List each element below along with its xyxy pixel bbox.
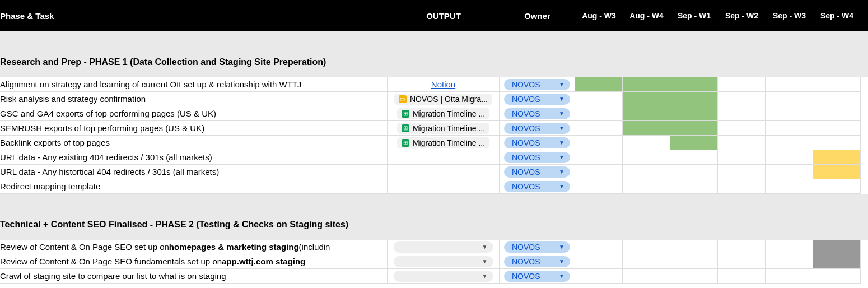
gantt-cell[interactable] (813, 254, 861, 269)
gantt-cell[interactable] (766, 92, 813, 106)
task-cell[interactable]: Review of Content & On Page SEO fundamen… (0, 254, 388, 269)
gantt-cell[interactable] (813, 136, 861, 150)
task-cell[interactable]: Backlink exports of top pages (0, 136, 388, 150)
gantt-cell[interactable] (813, 150, 861, 165)
gantt-cell[interactable] (766, 136, 813, 150)
gantt-cell[interactable] (766, 240, 813, 254)
owner-dropdown[interactable]: NOVOS▼ (504, 137, 570, 148)
gantt-cell[interactable] (670, 92, 718, 106)
gantt-cell[interactable] (718, 179, 766, 194)
gantt-cell[interactable] (718, 254, 766, 269)
owner-label: NOVOS (512, 272, 540, 281)
gantt-cell[interactable] (813, 92, 861, 106)
task-cell[interactable]: URL data - Any existing 404 redirects / … (0, 150, 388, 165)
output-link[interactable]: Notion (431, 80, 455, 89)
gantt-cell[interactable] (623, 165, 670, 179)
gantt-cell[interactable] (718, 136, 766, 150)
task-cell[interactable]: Redirect mapping template (0, 179, 388, 194)
output-dropdown[interactable]: ▼ (394, 256, 493, 267)
task-cell[interactable]: URL data - Any histortical 404 redirects… (0, 165, 388, 179)
gantt-cell[interactable] (766, 269, 813, 284)
owner-dropdown[interactable]: NOVOS▼ (504, 166, 570, 178)
gantt-cell[interactable] (813, 121, 861, 136)
gantt-cell[interactable] (670, 179, 718, 194)
gantt-cell[interactable] (623, 136, 670, 150)
gantt-cell[interactable] (575, 179, 623, 194)
chevron-down-icon: ▼ (559, 96, 564, 102)
gantt-cell[interactable] (575, 269, 623, 284)
gantt-cell[interactable] (718, 150, 766, 165)
gantt-cell[interactable] (670, 165, 718, 179)
gantt-cell[interactable] (623, 77, 670, 92)
task-cell[interactable]: Risk analysis and strategy confirmation (0, 92, 388, 106)
gantt-cell[interactable] (575, 77, 623, 92)
gantt-cell[interactable] (766, 254, 813, 269)
owner-dropdown[interactable]: NOVOS▼ (504, 123, 570, 134)
gantt-cell[interactable] (575, 106, 623, 121)
gantt-cell[interactable] (623, 121, 670, 136)
gantt-cell[interactable] (766, 77, 813, 92)
gantt-cell[interactable] (575, 150, 623, 165)
gantt-cell[interactable] (575, 121, 623, 136)
gantt-cell[interactable] (575, 165, 623, 179)
gantt-cell[interactable] (623, 106, 670, 121)
owner-dropdown[interactable]: NOVOS▼ (504, 152, 570, 163)
owner-cell: NOVOS▼ (500, 165, 575, 179)
gantt-cell[interactable] (670, 121, 718, 136)
gantt-cell[interactable] (766, 165, 813, 179)
gantt-cell[interactable] (575, 240, 623, 254)
owner-dropdown[interactable]: NOVOS▼ (504, 94, 570, 105)
gantt-cell[interactable] (623, 150, 670, 165)
gantt-cell[interactable] (575, 254, 623, 269)
owner-dropdown[interactable]: NOVOS▼ (504, 271, 570, 282)
gantt-cell[interactable] (575, 136, 623, 150)
gantt-cell[interactable] (766, 106, 813, 121)
gantt-cell[interactable] (623, 240, 670, 254)
task-cell[interactable]: Crawl of staging site to compare our lis… (0, 269, 388, 284)
owner-dropdown[interactable]: NOVOS▼ (504, 79, 570, 90)
gantt-cell[interactable] (718, 240, 766, 254)
gantt-cell[interactable] (623, 179, 670, 194)
gantt-cell[interactable] (813, 165, 861, 179)
task-cell[interactable]: Alignment on strategy and learning of cu… (0, 77, 388, 92)
owner-dropdown[interactable]: NOVOS▼ (504, 241, 570, 253)
gantt-cell[interactable] (718, 92, 766, 106)
gantt-cell[interactable] (670, 77, 718, 92)
gantt-cell[interactable] (718, 77, 766, 92)
task-cell[interactable]: SEMRUSH exports of top performing pages … (0, 121, 388, 136)
owner-dropdown[interactable]: NOVOS▼ (504, 108, 570, 119)
gantt-cell[interactable] (670, 269, 718, 284)
gantt-cell[interactable] (766, 150, 813, 165)
gantt-cell[interactable] (670, 136, 718, 150)
output-chip[interactable]: ⊞Migration Timeline ... (397, 137, 489, 148)
output-dropdown[interactable]: ▼ (394, 241, 493, 253)
output-dropdown[interactable]: ▼ (394, 271, 493, 282)
gantt-cell[interactable] (813, 179, 861, 194)
gantt-cell[interactable] (813, 269, 861, 284)
gantt-cell[interactable] (670, 254, 718, 269)
gantt-cell[interactable] (718, 165, 766, 179)
gantt-cell[interactable] (670, 240, 718, 254)
gantt-cell[interactable] (766, 179, 813, 194)
gantt-cell[interactable] (718, 106, 766, 121)
task-cell[interactable]: Review of Content & On Page SEO set up o… (0, 240, 388, 254)
owner-dropdown[interactable]: NOVOS▼ (504, 181, 570, 192)
gantt-cell[interactable] (670, 150, 718, 165)
output-chip-label: Migration Timeline ... (413, 124, 485, 133)
gantt-cell[interactable] (623, 92, 670, 106)
gantt-cell[interactable] (623, 254, 670, 269)
gantt-cell[interactable] (718, 269, 766, 284)
gantt-cell[interactable] (575, 92, 623, 106)
output-chip[interactable]: ⊞Migration Timeline ... (397, 123, 489, 134)
output-chip[interactable]: ▭NOVOS | Otta Migra... (394, 94, 492, 105)
gantt-cell[interactable] (813, 77, 861, 92)
task-cell[interactable]: GSC and GA4 exports of top performing pa… (0, 106, 388, 121)
owner-dropdown[interactable]: NOVOS▼ (504, 256, 570, 267)
gantt-cell[interactable] (813, 106, 861, 121)
gantt-cell[interactable] (813, 240, 861, 254)
output-chip[interactable]: ⊞Migration Timeline ... (397, 108, 489, 119)
gantt-cell[interactable] (623, 269, 670, 284)
gantt-cell[interactable] (718, 121, 766, 136)
gantt-cell[interactable] (670, 106, 718, 121)
gantt-cell[interactable] (766, 121, 813, 136)
